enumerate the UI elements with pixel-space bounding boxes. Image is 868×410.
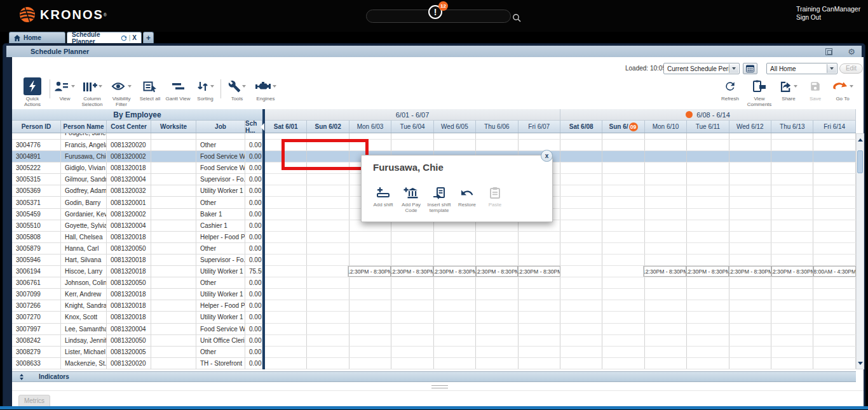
indicators-bar[interactable]: Indicators [12,371,856,382]
schedule-cell[interactable] [602,243,644,254]
schedule-cell[interactable] [645,209,687,220]
gear-icon[interactable]: ⚙ [848,48,855,56]
day-header[interactable]: Thu 6/06 [476,121,518,133]
schedule-cell[interactable] [771,151,813,162]
employee-row[interactable]: 3005946Hart, Silvana0081320018Supervisor… [12,255,262,266]
schedule-cell[interactable] [602,335,644,346]
schedule-cell[interactable] [391,358,433,369]
employee-row[interactable]: 3008242Lindsay, Jennif...0081320050Unit … [12,335,262,347]
schedule-cell[interactable] [434,255,476,265]
day-header[interactable]: Tue 6/11 [687,121,729,133]
column-selection-button[interactable]: Column Selection [78,78,107,107]
schedule-cell[interactable] [813,255,855,265]
schedule-cell[interactable] [645,232,687,242]
schedule-cell[interactable] [434,347,476,357]
shift-cell[interactable]: 12:30PM - 8:30PM [348,266,391,277]
schedule-cell[interactable] [476,133,518,139]
schedule-cell[interactable] [519,347,560,357]
employee-row[interactable]: 3008633Mackenzie, St...0081320020TH - St… [12,358,262,369]
employee-row[interactable]: 3005510Goyette, Sylvia0081320004Cashier … [12,220,262,232]
day-header[interactable]: Fri 6/07 [519,121,560,133]
schedule-cell[interactable] [560,151,602,162]
schedule-cell[interactable] [729,197,771,208]
schedule-cell[interactable] [729,300,771,311]
edit-button[interactable]: Edit [839,63,863,74]
schedule-cell[interactable] [307,335,349,346]
schedule-cell[interactable] [771,300,813,311]
search-icon[interactable] [512,13,521,22]
schedule-cell[interactable] [519,335,560,346]
employee-row[interactable]: 3004891Furusawa, Chie0081320002Food Serv… [12,151,262,162]
schedule-cell[interactable] [519,140,560,150]
schedule-cell[interactable] [434,312,476,322]
schedule-cell[interactable] [519,324,560,334]
scrollbar-thumb[interactable] [857,150,863,173]
metrics-tab[interactable]: Metrics [18,395,50,407]
employee-row[interactable]: 3007997Lee, Samantha0081320004Food Servi… [12,324,262,335]
schedule-cell[interactable] [349,358,391,369]
schedule-cell[interactable] [687,151,729,162]
schedule-cell[interactable] [729,335,771,346]
schedule-cell[interactable] [349,347,391,357]
engines-button[interactable]: Engines [251,78,280,102]
schedule-cell[interactable] [602,197,644,208]
schedule-cell[interactable] [813,209,855,220]
save-button[interactable]: Save [803,78,828,107]
schedule-cell[interactable] [265,232,307,242]
tab-close-icon[interactable]: X [132,34,137,41]
day-header[interactable]: Fri 6/14 [813,121,855,133]
schedule-cell[interactable] [602,209,644,220]
share-button[interactable]: Share [775,78,803,107]
employee-row[interactable]: 3006761Johnson, Colin...0081320050Other0… [12,277,262,289]
col-cost-center[interactable]: Cost Center [107,121,151,133]
schedule-cell[interactable] [560,324,602,334]
add-pay-code-button[interactable]: Add Pay Code [397,186,425,213]
schedule-cell[interactable] [349,335,391,346]
day-header[interactable]: Thu 6/13 [771,121,813,133]
schedule-cell[interactable] [265,300,307,311]
employee-row[interactable]: 3005315Gilmour, Sandra0081320004Supervis… [12,174,262,185]
schedule-cell[interactable] [729,312,771,322]
schedule-cell[interactable] [645,140,687,150]
schedule-cell[interactable] [813,312,855,322]
schedule-cell[interactable] [645,174,687,185]
schedule-cell[interactable] [813,185,855,196]
employee-row[interactable]: 3005459Gordanier, Kevin0081320002Baker 1… [12,209,262,220]
schedule-cell[interactable] [729,347,771,357]
schedule-cell[interactable] [349,277,391,288]
schedule-cell[interactable] [729,133,771,139]
schedule-cell[interactable] [476,277,518,288]
gantt-view-button[interactable]: Gantt View [164,78,192,102]
employee-row[interactable]: 3006194Hiscoe, Larry0081320018Utility Wo… [12,266,262,277]
shift-cell[interactable]: 12:30PM - 8:30PM [476,266,519,277]
schedule-cell[interactable] [602,174,644,185]
schedule-cell[interactable] [813,347,855,357]
sign-out-link[interactable]: Sign Out [796,13,860,22]
schedule-cell[interactable] [813,151,855,162]
schedule-cell[interactable] [813,220,855,231]
schedule-cell[interactable] [307,358,349,369]
schedule-cell[interactable] [434,335,476,346]
schedule-cell[interactable] [645,300,687,311]
schedule-cell[interactable] [602,300,644,311]
schedule-cell[interactable] [602,358,644,369]
schedule-cell[interactable] [265,277,307,288]
visibility-filter-button[interactable]: Visibility Filter [107,78,136,107]
schedule-cell[interactable] [813,133,855,139]
schedule-cell[interactable] [729,174,771,185]
schedule-cell[interactable] [729,358,771,369]
schedule-cell[interactable] [560,277,602,288]
schedule-cell[interactable] [560,162,602,173]
schedule-cell[interactable] [645,312,687,322]
schedule-cell[interactable] [687,232,729,242]
shift-cell[interactable]: 12:30PM - 8:30PM [518,266,560,277]
schedule-cell[interactable] [476,243,518,254]
schedule-cell[interactable] [476,232,518,242]
schedule-cell[interactable] [729,243,771,254]
schedule-cell[interactable] [687,324,729,334]
schedule-cell[interactable] [602,277,644,288]
schedule-cell[interactable] [519,232,560,242]
schedule-cell[interactable] [771,335,813,346]
schedule-cell[interactable] [519,300,560,311]
schedule-cell[interactable] [476,312,518,322]
